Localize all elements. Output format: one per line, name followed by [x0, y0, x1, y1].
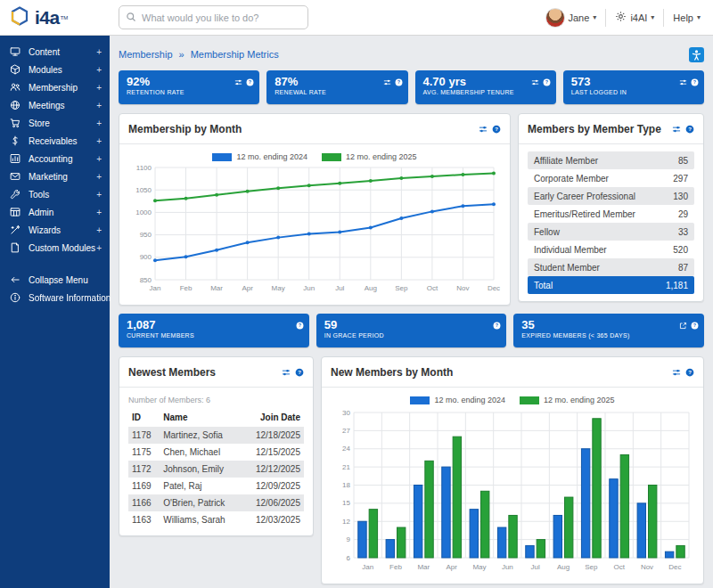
help-menu[interactable]: Help ▾: [673, 12, 701, 23]
expand-plus-icon[interactable]: +: [96, 154, 102, 164]
sidebar-item-label: Custom Modules: [29, 243, 95, 253]
line-chart: 850900950100010501100JanFebMarAprMayJunJ…: [128, 164, 501, 294]
external-link-icon[interactable]: [679, 317, 687, 333]
search-input[interactable]: [142, 12, 301, 23]
expand-plus-icon[interactable]: +: [96, 190, 102, 200]
svg-text:1100: 1100: [136, 164, 152, 172]
sliders-icon[interactable]: [672, 364, 681, 380]
help-icon[interactable]: ?: [395, 74, 403, 90]
bar-chart: 6912151821242730JanFebMarAprMayJunJulAug…: [331, 407, 694, 573]
sliders-icon[interactable]: [234, 74, 242, 90]
sidebar-item-admin[interactable]: Admin+: [0, 203, 110, 221]
expand-plus-icon[interactable]: +: [96, 83, 102, 93]
help-icon[interactable]: ?: [246, 74, 254, 90]
expand-plus-icon[interactable]: +: [96, 118, 102, 128]
svg-text:9: 9: [347, 535, 351, 543]
expand-plus-icon[interactable]: +: [96, 243, 102, 253]
accessibility-icon[interactable]: [689, 47, 704, 62]
search-icon: [126, 10, 136, 26]
kpi-card-retention-rate[interactable]: ?92%RETENTION RATE: [119, 70, 259, 104]
sidebar-item-accounting[interactable]: Accounting+: [0, 150, 110, 167]
kpi-card-expired-members-365-days[interactable]: ?35EXPIRED MEMBERS (< 365 DAYS): [513, 314, 704, 347]
help-icon[interactable]: ?: [295, 364, 304, 380]
help-icon[interactable]: ?: [685, 364, 694, 380]
member-type-row: Corporate Member297: [528, 169, 694, 187]
sliders-icon[interactable]: [383, 74, 391, 90]
legend-swatch-icon: [322, 153, 341, 161]
kpi-row-bottom: ?1,087CURRENT MEMBERS?59IN GRACE PERIOD?…: [119, 314, 704, 347]
table-cell: 12/06/2025: [242, 494, 304, 511]
svg-text:12: 12: [342, 518, 350, 526]
sidebar-item-membership[interactable]: Membership+: [0, 78, 110, 96]
sidebar-item-label: Accounting: [29, 154, 72, 164]
kpi-label: EXPIRED MEMBERS (< 365 DAYS): [521, 332, 697, 339]
kpi-card-current-members[interactable]: ?1,087CURRENT MEMBERS: [119, 314, 309, 347]
svg-text:Feb: Feb: [389, 563, 402, 571]
sliders-icon[interactable]: [531, 74, 539, 90]
expand-plus-icon[interactable]: +: [96, 208, 102, 217]
legend-item[interactable]: 12 mo. ending 2024: [410, 396, 505, 404]
legend-item[interactable]: 12 mo. ending 2025: [322, 152, 417, 161]
table-row: 1163Williams, Sarah12/03/2025: [128, 511, 304, 528]
sidebar-item-marketing[interactable]: Marketing+: [0, 167, 110, 185]
i4ai-menu[interactable]: i4AI ▾: [615, 11, 654, 24]
help-icon[interactable]: ?: [691, 317, 699, 333]
svg-text:Jan: Jan: [362, 563, 373, 571]
svg-text:24: 24: [342, 445, 350, 453]
sidebar-item-store[interactable]: Store+: [0, 114, 110, 132]
legend-item[interactable]: 12 mo. ending 2025: [520, 396, 615, 404]
sidebar-item-software-information[interactable]: Software Information: [0, 289, 110, 306]
sliders-icon[interactable]: [672, 121, 681, 137]
svg-text:1000: 1000: [135, 208, 152, 216]
svg-text:?: ?: [688, 127, 692, 132]
svg-text:?: ?: [495, 127, 498, 132]
expand-plus-icon[interactable]: +: [96, 47, 102, 57]
sidebar-item-meetings[interactable]: Meetings+: [0, 96, 110, 114]
wand-icon: [10, 225, 21, 236]
kpi-card-last-logged-in[interactable]: ?573LAST LOGGED IN: [563, 70, 704, 104]
sidebar-item-collapse-menu[interactable]: Collapse Menu: [0, 271, 110, 289]
svg-text:?: ?: [397, 79, 399, 85]
logo-trademark: TM: [61, 15, 69, 20]
member-type-row: Affiliate Member85: [528, 151, 694, 169]
global-search[interactable]: [119, 5, 308, 29]
sidebar-item-custom-modules[interactable]: Custom Modules+: [0, 239, 110, 257]
expand-plus-icon[interactable]: +: [96, 172, 102, 182]
breadcrumb-parent[interactable]: Membership: [119, 49, 173, 60]
legend-item[interactable]: 12 mo. ending 2024: [212, 152, 307, 161]
sidebar-item-content[interactable]: Content+: [0, 43, 110, 61]
column-header: ID: [128, 410, 160, 427]
help-icon[interactable]: ?: [691, 74, 699, 90]
sliders-icon[interactable]: [479, 121, 488, 137]
sliders-icon[interactable]: [282, 364, 291, 380]
help-icon[interactable]: ?: [685, 121, 694, 137]
svg-text:Jan: Jan: [150, 284, 161, 292]
kpi-label: LAST LOGGED IN: [571, 89, 697, 95]
kpi-card-renewal-rate[interactable]: ?87%RENEWAL RATE: [266, 70, 407, 104]
help-icon[interactable]: ?: [492, 121, 501, 137]
kpi-label: IN GRACE PERIOD: [324, 332, 500, 339]
sidebar-item-label: Content: [29, 47, 60, 57]
svg-text:30: 30: [342, 409, 350, 417]
expand-plus-icon[interactable]: +: [96, 136, 102, 146]
sliders-icon[interactable]: [679, 74, 687, 90]
app-logo[interactable]: i4a TM: [0, 5, 110, 30]
kpi-card-avg-membership-tenure[interactable]: ?4.70 yrsAVG. MEMBERSHIP TENURE: [415, 70, 556, 104]
help-icon[interactable]: ?: [543, 74, 551, 90]
help-icon[interactable]: ?: [296, 317, 304, 333]
sidebar-item-modules[interactable]: Modules+: [0, 61, 110, 78]
kpi-card-in-grace-period[interactable]: ?59IN GRACE PERIOD: [316, 314, 507, 347]
sidebar-item-receivables[interactable]: Receivables+: [0, 132, 110, 150]
sidebar-item-label: Collapse Menu: [29, 275, 88, 285]
expand-plus-icon[interactable]: +: [96, 101, 102, 110]
logo-text: i4a: [35, 7, 60, 29]
expand-plus-icon[interactable]: +: [96, 65, 102, 75]
sidebar-item-wizards[interactable]: Wizards+: [0, 221, 110, 239]
expand-plus-icon[interactable]: +: [96, 225, 102, 235]
help-icon[interactable]: ?: [493, 317, 501, 333]
svg-text:?: ?: [693, 323, 696, 328]
user-menu[interactable]: Jane ▾: [545, 8, 597, 28]
sidebar-item-tools[interactable]: Tools+: [0, 185, 110, 203]
breadcrumb: Membership » Membership Metrics: [119, 46, 704, 62]
breadcrumb-current[interactable]: Membership Metrics: [191, 49, 279, 60]
